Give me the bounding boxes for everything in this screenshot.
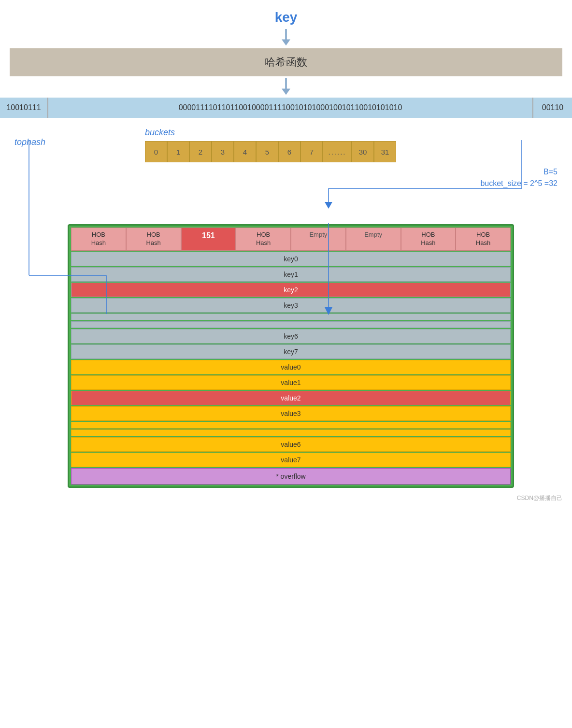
key-rows: key0key1key2key3key6key7 — [71, 252, 511, 359]
key-row-value: key1 — [71, 267, 511, 282]
key-row: key2 — [71, 283, 511, 297]
tophash-cell: HOB Hash — [71, 228, 126, 251]
value-row: value6 — [71, 437, 511, 452]
bucket-detail: HOB HashHOB Hash151HOB HashEmptyEmptyHOB… — [68, 224, 514, 488]
bucket-cell: 7 — [300, 141, 323, 162]
buckets-row: 01234567......3031 — [145, 141, 396, 162]
tophash-cell: 151 — [181, 228, 236, 251]
key-row-value: key2 — [71, 283, 511, 297]
key-row-value: key3 — [71, 298, 511, 313]
key-row — [71, 314, 511, 320]
bucket-cell: 1 — [167, 141, 189, 162]
value-row-value — [71, 422, 511, 428]
arrow-from-hash — [0, 78, 572, 96]
key-row-value — [71, 321, 511, 328]
value-rows: value0value1value2value3value6value7 — [71, 360, 511, 467]
svg-marker-1 — [282, 40, 290, 46]
tophash-cell: HOB Hash — [126, 228, 181, 251]
key-row-value — [71, 314, 511, 320]
buckets-label: buckets — [145, 128, 175, 138]
tophash-cell: HOB Hash — [401, 228, 456, 251]
bucket-cell: 5 — [256, 141, 278, 162]
bucket-cell: 0 — [145, 141, 167, 162]
key-row-value: key7 — [71, 344, 511, 359]
value-row: value0 — [71, 360, 511, 374]
value-row: value2 — [71, 391, 511, 405]
arrow-to-hash — [0, 29, 572, 46]
value-row: value1 — [71, 375, 511, 390]
bucket-cell: 3 — [212, 141, 234, 162]
binary-middle: 0000111101101100100001111001010100010010… — [48, 98, 533, 118]
watermark: CSDN@播播自己 — [517, 494, 562, 502]
tophash-cell: HOB Hash — [236, 228, 291, 251]
bucket-cell: ...... — [323, 141, 352, 162]
binary-right: 00110 — [533, 98, 572, 118]
value-row: value7 — [71, 453, 511, 467]
tophash-cell: HOB Hash — [456, 228, 511, 251]
binary-row: 10010111 0000111101101100100001111001010… — [0, 98, 572, 118]
bucket-cell: 6 — [278, 141, 300, 162]
key-row: key3 — [71, 298, 511, 313]
value-row: value3 — [71, 406, 511, 421]
key-row-value: key0 — [71, 252, 511, 266]
bucket-cell: 30 — [352, 141, 374, 162]
tophash-label: tophash — [14, 137, 45, 147]
value-row-value: value7 — [71, 453, 511, 467]
value-row-value: value6 — [71, 437, 511, 452]
value-row-value: value3 — [71, 406, 511, 421]
labels-section: tophash buckets 01234567......3031 B=5 b… — [10, 118, 562, 214]
binary-left: 10010111 — [0, 98, 48, 118]
key-row: key7 — [71, 344, 511, 359]
key-row: key0 — [71, 252, 511, 266]
key-row: key1 — [71, 267, 511, 282]
tophash-cell: Empty — [291, 228, 346, 251]
value-row-value: value2 — [71, 391, 511, 405]
bucket-cell: 2 — [189, 141, 212, 162]
tophash-cell: Empty — [346, 228, 401, 251]
bucket-cell: 31 — [374, 141, 396, 162]
value-row — [71, 429, 511, 436]
value-row-value: value0 — [71, 360, 511, 374]
key-row: key6 — [71, 329, 511, 343]
hash-function-box: 哈希函数 — [10, 48, 562, 76]
bucket-cell: 4 — [234, 141, 256, 162]
key-label: key — [0, 10, 572, 25]
svg-marker-3 — [282, 89, 290, 95]
key-row — [71, 321, 511, 328]
value-row-value: value1 — [71, 375, 511, 390]
value-row — [71, 422, 511, 428]
tophash-row: HOB HashHOB Hash151HOB HashEmptyEmptyHOB… — [71, 228, 511, 251]
key-row-value: key6 — [71, 329, 511, 343]
b-label: B=5 bucket_size = 2^5 =32 — [480, 166, 558, 189]
overflow-row: * overflow — [71, 468, 511, 485]
value-row-value — [71, 429, 511, 436]
